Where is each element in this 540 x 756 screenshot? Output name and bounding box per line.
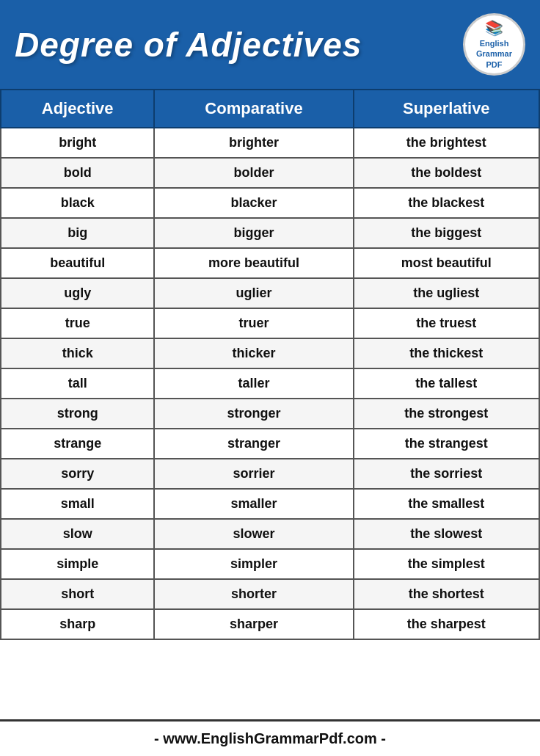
cell-superlative: the biggest	[354, 218, 539, 248]
col-comparative: Comparative	[154, 90, 353, 128]
cell-superlative: the thickest	[354, 338, 539, 368]
cell-superlative: the brightest	[354, 128, 539, 158]
cell-superlative: the ugliest	[354, 278, 539, 308]
cell-superlative: the smallest	[354, 489, 539, 519]
cell-adjective: thick	[1, 338, 154, 368]
cell-adjective: short	[1, 579, 154, 609]
cell-adjective: strong	[1, 399, 154, 429]
cell-comparative: stranger	[154, 429, 353, 459]
logo-line3: PDF	[486, 60, 502, 69]
table-row: uglyuglierthe ugliest	[1, 278, 539, 308]
cell-superlative: the strongest	[354, 399, 539, 429]
cell-superlative: the shortest	[354, 579, 539, 609]
cell-comparative: stronger	[154, 399, 353, 429]
cell-superlative: the slowest	[354, 519, 539, 549]
cell-superlative: the blackest	[354, 188, 539, 218]
logo-icon: 📚	[485, 19, 503, 37]
cell-comparative: more beautiful	[154, 248, 353, 278]
cell-adjective: small	[1, 489, 154, 519]
table-row: shortshorterthe shortest	[1, 579, 539, 609]
cell-superlative: the sorriest	[354, 459, 539, 489]
table-container: Adjective Comparative Superlative bright…	[0, 89, 540, 719]
cell-comparative: truer	[154, 308, 353, 338]
table-row: slowslowerthe slowest	[1, 519, 539, 549]
footer-text: - www.EnglishGrammarPdf.com -	[154, 730, 386, 746]
adjectives-table: Adjective Comparative Superlative bright…	[0, 89, 540, 640]
cell-comparative: brighter	[154, 128, 353, 158]
logo-line1: English	[480, 39, 509, 48]
cell-comparative: bigger	[154, 218, 353, 248]
table-row: talltallerthe tallest	[1, 368, 539, 399]
cell-superlative: the sharpest	[354, 609, 539, 639]
table-row: sorrysorrierthe sorriest	[1, 459, 539, 489]
table-row: sharpsharperthe sharpest	[1, 609, 539, 639]
table-row: brightbrighterthe brightest	[1, 128, 539, 158]
table-header-row: Adjective Comparative Superlative	[1, 90, 539, 128]
cell-adjective: beautiful	[1, 248, 154, 278]
col-adjective: Adjective	[1, 90, 154, 128]
cell-superlative: the simplest	[354, 549, 539, 579]
cell-adjective: sorry	[1, 459, 154, 489]
table-row: bigbiggerthe biggest	[1, 218, 539, 248]
page-footer: - www.EnglishGrammarPdf.com -	[0, 719, 540, 756]
cell-comparative: thicker	[154, 338, 353, 368]
cell-adjective: true	[1, 308, 154, 338]
table-row: simplesimplerthe simplest	[1, 549, 539, 579]
table-row: thickthickerthe thickest	[1, 338, 539, 368]
cell-adjective: black	[1, 188, 154, 218]
cell-comparative: shorter	[154, 579, 353, 609]
cell-superlative: most beautiful	[354, 248, 539, 278]
logo-line2: Grammar	[476, 49, 512, 58]
cell-adjective: ugly	[1, 278, 154, 308]
cell-adjective: sharp	[1, 609, 154, 639]
table-row: beautifulmore beautifulmost beautiful	[1, 248, 539, 278]
cell-adjective: simple	[1, 549, 154, 579]
cell-comparative: simpler	[154, 549, 353, 579]
table-row: strongstrongerthe strongest	[1, 399, 539, 429]
cell-superlative: the boldest	[354, 158, 539, 188]
cell-comparative: sorrier	[154, 459, 353, 489]
cell-comparative: blacker	[154, 188, 353, 218]
cell-comparative: sharper	[154, 609, 353, 639]
cell-adjective: bold	[1, 158, 154, 188]
cell-adjective: tall	[1, 368, 154, 399]
cell-comparative: bolder	[154, 158, 353, 188]
cell-comparative: uglier	[154, 278, 353, 308]
table-row: blackblackerthe blackest	[1, 188, 539, 218]
page-title: Degree of Adjectives	[15, 25, 362, 65]
cell-adjective: big	[1, 218, 154, 248]
cell-superlative: the tallest	[354, 368, 539, 399]
cell-adjective: strange	[1, 429, 154, 459]
cell-adjective: bright	[1, 128, 154, 158]
cell-comparative: taller	[154, 368, 353, 399]
logo-text: English Grammar PDF	[476, 38, 512, 70]
logo-badge: 📚 English Grammar PDF	[463, 13, 525, 76]
table-row: strangestrangerthe strangest	[1, 429, 539, 459]
table-row: smallsmallerthe smallest	[1, 489, 539, 519]
col-superlative: Superlative	[354, 90, 539, 128]
cell-superlative: the strangest	[354, 429, 539, 459]
table-row: boldbolderthe boldest	[1, 158, 539, 188]
cell-adjective: slow	[1, 519, 154, 549]
cell-superlative: the truest	[354, 308, 539, 338]
page-header: Degree of Adjectives 📚 English Grammar P…	[0, 0, 540, 89]
cell-comparative: smaller	[154, 489, 353, 519]
cell-comparative: slower	[154, 519, 353, 549]
table-row: truetruerthe truest	[1, 308, 539, 338]
